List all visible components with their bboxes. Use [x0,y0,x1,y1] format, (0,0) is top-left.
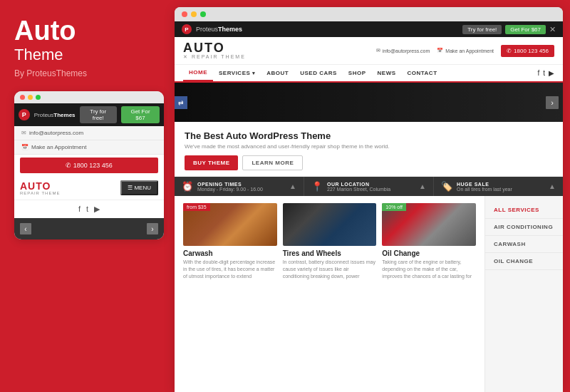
cta-heading: The Best Auto WordPress Theme [185,130,553,141]
browser-bar [175,7,563,21]
calendar-icon: 📅 [21,144,28,150]
mobile-dots [14,91,164,103]
sidebar-air-conditioning[interactable]: AIR CONDITIONING [485,219,563,236]
oil-title: Oil Change [382,249,476,257]
mobile-phone-btn[interactable]: ✆ 1800 123 456 [20,158,158,173]
browser-dot-yellow[interactable] [191,11,197,17]
nav-item-about[interactable]: ABOUT [261,66,294,81]
learn-more-button[interactable]: LEARN MORE [242,155,303,170]
site-p-icon: P [182,24,192,34]
nav-item-contact[interactable]: CONTACT [402,66,443,81]
site-email-text: info@autorpress.com [383,48,430,53]
mobile-next-arrow[interactable]: › [147,223,158,234]
oil-desc: Taking care of the engine or battery, de… [382,259,476,279]
site-close-button[interactable]: ✕ [549,25,556,34]
twitter-icon[interactable]: t [86,205,88,214]
mobile-logo: AUTO REPAIR THEME [20,181,60,195]
facebook-icon[interactable]: f [78,205,81,214]
location-value: 227 Marion Street, Columbia [327,187,390,192]
oil-image: 10% off [382,203,476,246]
nav-youtube-icon[interactable]: ▶ [549,69,554,77]
left-subtitle: Theme [14,46,160,64]
services-left: from $35 Carwash With the double-digit p… [175,196,484,392]
nav-twitter-icon[interactable]: t [543,69,545,77]
browser-dot-green[interactable] [200,11,206,17]
mobile-menu-button[interactable]: ☰ MENU [120,180,158,195]
mobile-email-row: ✉ info@autorpress.com [14,126,164,140]
service-card-oil: 10% off Oil Change Taking care of the en… [382,203,476,279]
site-brand-text: ProteusThemes [196,26,242,33]
sidebar-carwash[interactable]: CARWASH [485,236,563,253]
carwash-title: Carwash [183,249,277,257]
site-appt-icon: 📅 [437,48,443,53]
info-location-text: OUR LOCATION 227 Marion Street, Columbia [327,182,390,192]
tires-image [283,203,377,246]
mobile-hero: ‹ › [14,218,164,239]
info-bar: ⏰ OPENING TIMES Monday - Friday: 9.00 - … [175,177,563,196]
cta-subheading: We've made the most advanced and user-fr… [185,143,553,150]
left-title: Auto [14,17,160,44]
location-icon: 📍 [311,181,323,192]
tires-title: Tires and Wheels [283,249,377,257]
site-get-button[interactable]: Get For $67 [505,25,546,34]
site-appt-text: Make an Appointment [445,48,494,53]
info-opening-times: ⏰ OPENING TIMES Monday - Friday: 9.00 - … [175,177,304,196]
clock-icon: ⏰ [182,181,193,192]
site-appt-contact: 📅 Make an Appointment [437,48,494,53]
share-button[interactable]: ⇄ [175,96,187,109]
service-card-tires: Tires and Wheels In contrast, battery di… [283,203,377,279]
location-arrow[interactable]: ▲ [419,182,426,190]
mobile-get-button[interactable]: Get For $67 [121,106,160,123]
site-cta: The Best Auto WordPress Theme We've made… [175,122,563,177]
right-panel: P ProteusThemes Try for free! Get For $6… [175,7,563,392]
mobile-prev-arrow[interactable]: ‹ [20,223,31,234]
cta-buttons: BUY THEME LEARN MORE [185,155,553,170]
nav-item-news[interactable]: NEWS [372,66,402,81]
mobile-logo-row: AUTO REPAIR THEME ☰ MENU [14,176,164,200]
info-sale-text: HUGE SALE On all tires from last year [457,182,512,192]
mobile-try-button[interactable]: Try for free! [80,106,117,123]
info-sale: 🏷️ HUGE SALE On all tires from last year… [434,177,563,196]
nav-facebook-icon[interactable]: f [537,69,539,77]
mobile-auto-text: AUTO [20,181,51,191]
nav-item-used-cars[interactable]: USED CARS [294,66,343,81]
service-card-carwash: from $35 Carwash With the double-digit p… [183,203,277,279]
nav-social: f t ▶ [537,69,554,77]
nav-item-home[interactable]: HOME [183,65,213,81]
site-phone-text: 1800 123 456 [514,48,549,54]
hero-next-arrow[interactable]: › [546,96,559,109]
mobile-repair-text: REPAIR THEME [20,191,60,195]
opening-value: Monday - Friday: 9.00 - 16.00 [197,187,263,192]
youtube-icon[interactable]: ▶ [94,205,100,214]
mobile-p-icon: P [19,109,30,120]
opening-label: OPENING TIMES [197,182,263,187]
oil-badge: 10% off [382,203,406,211]
site-auto-text: AUTO [183,41,246,54]
sidebar-oil-change[interactable]: OIL CHANGE [485,253,563,270]
site-top-bar: P ProteusThemes Try for free! Get For $6… [175,21,563,37]
carwash-badge: from $35 [183,203,210,211]
nav-item-services[interactable]: SERVICES [213,66,261,81]
site-contact-info: ✉ info@autorpress.com 📅 Make an Appointm… [376,45,554,57]
mobile-email: info@autorpress.com [29,130,83,136]
mobile-appointment: Make an Appointment [31,144,86,150]
hero-overlay [175,83,563,122]
site-repair-text: ✕ REPAIR THEME [183,54,246,60]
browser-dot-red[interactable] [182,11,187,17]
mobile-mockup: P ProteusThemes Try for free! Get For $6… [14,91,164,239]
sale-arrow[interactable]: ▲ [549,182,556,190]
left-panel: Auto Theme By ProteusThemes P ProteusThe… [0,0,175,392]
site-header: AUTO ✕ REPAIR THEME ✉ info@autorpress.co… [175,37,563,65]
dot-green [36,95,41,100]
buy-theme-button[interactable]: BUY THEME [185,155,238,170]
mobile-brand: ProteusThemes [34,112,76,118]
opening-arrow[interactable]: ▲ [289,182,296,190]
mobile-bar: P ProteusThemes Try for free! Get For $6… [14,103,164,126]
site-try-button[interactable]: Try for free! [462,25,502,34]
nav-item-shop[interactable]: SHOP [343,66,372,81]
site-phone-button[interactable]: ✆ 1800 123 456 [501,45,554,57]
service-cards: from $35 Carwash With the double-digit p… [183,203,476,279]
sidebar-all-services[interactable]: ALL SERVICES [485,202,563,219]
info-location: 📍 OUR LOCATION 227 Marion Street, Columb… [304,177,434,196]
dot-red [20,95,25,100]
